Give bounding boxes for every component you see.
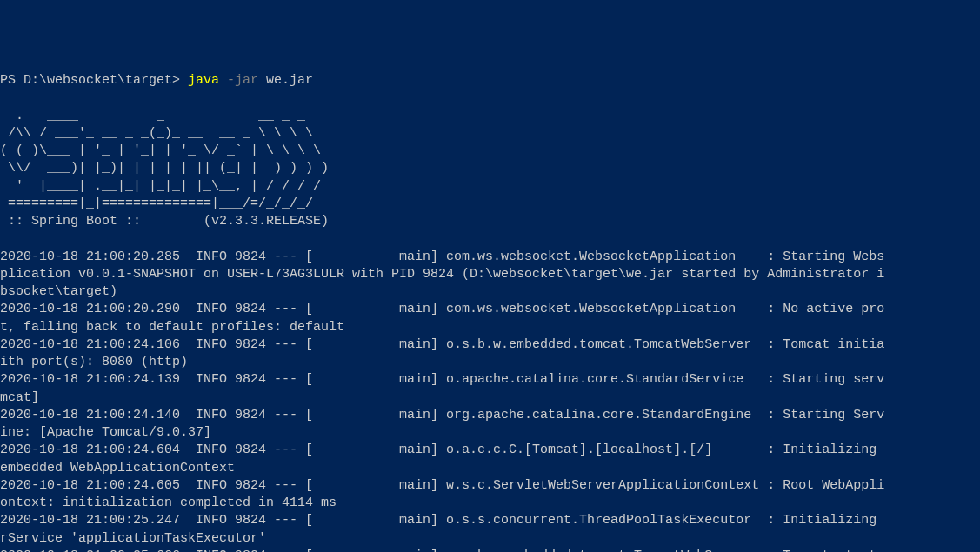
log-entry: 2020-10-18 21:00:20.290 INFO 9824 --- [ … bbox=[0, 302, 884, 316]
log-entry: 2020-10-18 21:00:24.605 INFO 9824 --- [ … bbox=[0, 478, 884, 493]
log-entry: t, falling back to default profiles: def… bbox=[0, 320, 344, 335]
log-entry: 2020-10-18 21:00:24.139 INFO 9824 --- [ … bbox=[0, 372, 884, 387]
log-entry: ontext: initialization completed in 4114… bbox=[0, 495, 337, 510]
log-entry: 2020-10-18 21:00:25.247 INFO 9824 --- [ … bbox=[0, 513, 884, 528]
spring-banner-line: ( ( )\___ | '_ | '_| | '_ \/ _` | \ \ \ … bbox=[0, 143, 321, 158]
terminal-output[interactable]: PS D:\websocket\target> java -jar we.jar… bbox=[0, 72, 980, 552]
prompt-line: PS D:\websocket\target> java -jar we.jar bbox=[0, 73, 313, 88]
log-entry: plication v0.0.1-SNAPSHOT on USER-L73AG3… bbox=[0, 267, 884, 282]
spring-boot-version: :: Spring Boot :: (v2.3.3.RELEASE) bbox=[0, 214, 329, 229]
log-entry: ine: [Apache Tomcat/9.0.37] bbox=[0, 425, 211, 440]
log-entry: 2020-10-18 21:00:24.140 INFO 9824 --- [ … bbox=[0, 408, 884, 422]
spring-banner-line: ' |____| .__|_| |_|_| |_\__, | / / / / bbox=[0, 179, 321, 194]
command-arg: -jar bbox=[219, 73, 258, 88]
spring-banner-line: =========|_|==============|___/=/_/_/_/ bbox=[0, 196, 313, 211]
log-entry: 2020-10-18 21:00:20.285 INFO 9824 --- [ … bbox=[0, 249, 884, 264]
log-entry: mcat] bbox=[0, 390, 39, 405]
prompt-path: PS D:\websocket\target> bbox=[0, 73, 188, 88]
spring-banner-line: \\/ ___)| |_)| | | | | || (_| | ) ) ) ) bbox=[0, 161, 329, 176]
log-entry: 2020-10-18 21:00:25.666 INFO 9824 --- [ … bbox=[0, 549, 884, 552]
command-file: we.jar bbox=[258, 73, 313, 88]
log-entry: embedded WebApplicationContext bbox=[0, 461, 235, 476]
command-java: java bbox=[188, 73, 219, 88]
log-entry: bsocket\target) bbox=[0, 284, 117, 299]
log-entry: 2020-10-18 21:00:24.106 INFO 9824 --- [ … bbox=[0, 337, 884, 352]
log-entry: 2020-10-18 21:00:24.604 INFO 9824 --- [ … bbox=[0, 442, 884, 457]
spring-banner-line: /\\ / ___'_ __ _ _(_)_ __ __ _ \ \ \ \ bbox=[0, 126, 313, 141]
log-entry: rService 'applicationTaskExecutor' bbox=[0, 531, 266, 546]
spring-banner-line: . ____ _ __ _ _ bbox=[0, 109, 305, 123]
log-entry: ith port(s): 8080 (http) bbox=[0, 355, 188, 369]
